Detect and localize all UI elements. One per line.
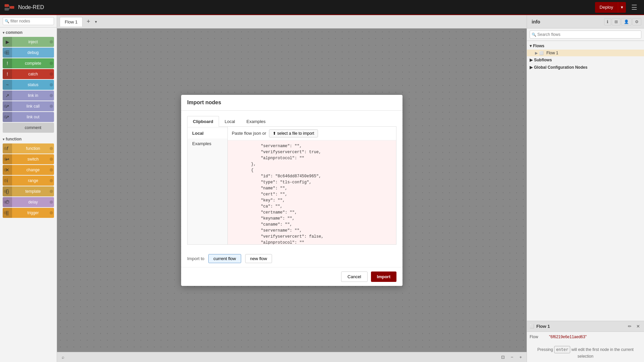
node-switch-port-l: [4, 158, 7, 161]
info-tab-settings-button[interactable]: ⚙: [632, 18, 641, 25]
info-tab-node-button[interactable]: ⊞: [612, 18, 621, 25]
info-tab-info-button[interactable]: ℹ: [604, 18, 611, 25]
node-trigger-port-r: [50, 211, 53, 215]
modal-tab-sidebar: Local Examples: [187, 127, 228, 244]
node-debug[interactable]: ☰ debug: [3, 48, 54, 58]
info-tree: ▾ Flows ▶ ⬜ Flow 1 ▶ Subflows ▶ Global: [527, 41, 644, 321]
node-inject-icon: ▶: [3, 37, 12, 47]
node-range-port-r: [50, 179, 53, 182]
modal-editor-area: Paste flow json or ⬆ select a file to im…: [228, 127, 396, 244]
flow-tab[interactable]: Flow 1: [60, 17, 83, 26]
node-status-port: [50, 83, 53, 86]
node-comment[interactable]: comment: [3, 123, 54, 133]
canvas[interactable]: Import nodes Clipboard Local Examples Lo…: [57, 28, 527, 352]
category-common-label: common: [6, 30, 22, 35]
search-button[interactable]: ⌕: [60, 354, 66, 360]
main-area: 🔍 ▾ common ▶ inject ☰ debug !: [0, 15, 644, 362]
node-delay[interactable]: ⏱ delay: [3, 197, 54, 207]
modal-tab-clipboard[interactable]: Clipboard: [187, 116, 219, 127]
node-range-label: range: [12, 178, 54, 183]
node-sidebar: 🔍 ▾ common ▶ inject ☰ debug !: [0, 15, 57, 362]
node-complete[interactable]: ! complete: [3, 58, 54, 68]
deploy-arrow-icon[interactable]: ▾: [618, 2, 626, 13]
modal-tabs: Clipboard Local Examples: [187, 116, 396, 127]
node-delay-port-r: [50, 200, 53, 204]
modal-sidebar-local[interactable]: Local: [187, 128, 227, 138]
modal-tab-local[interactable]: Local: [219, 116, 241, 127]
import-to-new-flow[interactable]: new flow: [245, 254, 272, 263]
node-link-call[interactable]: ↗ link call: [3, 101, 54, 111]
global-config-section: ▶ Global Configuration Nodes: [527, 64, 644, 71]
filter-nodes-input[interactable]: [3, 17, 54, 25]
info-search-input[interactable]: [530, 31, 641, 39]
flow1-label: Flow 1: [546, 51, 558, 55]
node-trigger[interactable]: || trigger: [3, 208, 54, 218]
import-to-label: Import to: [187, 256, 204, 261]
zoom-fit-button[interactable]: ⊡: [499, 354, 507, 360]
svg-rect-1: [5, 8, 9, 10]
info-bottom-edit-button[interactable]: ✏: [627, 323, 633, 329]
category-common-arrow: ▾: [3, 31, 4, 35]
filter-nodes-area: 🔍: [0, 15, 57, 27]
node-switch[interactable]: ⇌ switch: [3, 154, 54, 164]
subflows-header[interactable]: ▶ Subflows: [527, 56, 644, 64]
hint-suffix: will edit the first node in the current …: [572, 347, 634, 359]
category-function[interactable]: ▾ function: [0, 135, 57, 143]
topbar: Node-RED Deploy ▾ ☰: [0, 0, 644, 15]
flow1-item[interactable]: ▶ ⬜ Flow 1: [527, 50, 644, 56]
node-template[interactable]: {} template: [3, 186, 54, 196]
node-red-logo: [4, 2, 15, 13]
svg-line-3: [9, 5, 10, 7]
node-link-in[interactable]: ↗ link in: [3, 90, 54, 101]
modal-footer: Cancel Import: [181, 267, 402, 286]
category-function-arrow: ▾: [3, 137, 4, 141]
json-textarea[interactable]: "servername": "", "verifyservercert": tr…: [228, 140, 396, 244]
category-function-label: function: [6, 137, 21, 141]
node-inject[interactable]: ▶ inject: [3, 37, 54, 47]
category-common[interactable]: ▾ common: [0, 29, 57, 36]
svg-rect-2: [10, 6, 14, 9]
zoom-out-button[interactable]: −: [509, 354, 516, 360]
node-function-port-r: [50, 147, 53, 150]
topbar-left: Node-RED: [4, 2, 44, 13]
zoom-in-button[interactable]: +: [517, 354, 524, 360]
hint-key: enter: [554, 346, 570, 353]
info-bottom-close-button[interactable]: ✕: [635, 323, 641, 329]
node-catch-port: [50, 72, 53, 76]
node-status-icon: ~: [3, 80, 12, 90]
node-range[interactable]: i range: [3, 176, 54, 186]
modal-sidebar-examples[interactable]: Examples: [187, 138, 227, 149]
modal-tab-examples[interactable]: Examples: [241, 116, 271, 127]
node-link-in-label: link in: [12, 93, 54, 98]
node-complete-port: [50, 62, 53, 65]
import-button[interactable]: Import: [371, 272, 396, 282]
info-tab-user-button[interactable]: 👤: [621, 18, 632, 25]
node-status[interactable]: ~ status: [3, 80, 54, 90]
deploy-button[interactable]: Deploy ▾: [595, 2, 626, 13]
flow-id-row: Flow "6f6219e6e11aed63": [530, 335, 641, 339]
node-change-label: change: [12, 168, 54, 172]
flow-label: Flow: [530, 335, 546, 339]
hamburger-button[interactable]: ☰: [629, 2, 640, 13]
tab-arrow-button[interactable]: ▾: [93, 19, 99, 24]
info-search: 🔍: [527, 28, 644, 41]
node-change[interactable]: ✕ change: [3, 165, 54, 175]
import-to-current-flow[interactable]: current flow: [208, 254, 241, 263]
tab-add-button[interactable]: +: [85, 18, 92, 25]
upload-icon: ⬆: [273, 131, 276, 136]
flows-arrow: ▾: [530, 44, 532, 48]
node-inject-port: [50, 40, 53, 44]
select-file-button[interactable]: ⬆ select a file to import: [269, 129, 318, 137]
node-function[interactable]: f function: [3, 143, 54, 154]
global-config-header[interactable]: ▶ Global Configuration Nodes: [527, 64, 644, 71]
flows-header[interactable]: ▾ Flows: [527, 42, 644, 50]
info-bottom-header: ⬜ Flow 1 ✏ ✕: [527, 321, 644, 332]
cancel-button[interactable]: Cancel: [341, 272, 367, 282]
flows-section: ▾ Flows ▶ ⬜ Flow 1: [527, 42, 644, 56]
node-comment-label: comment: [12, 125, 54, 130]
modal-body: Clipboard Local Examples Local Examples: [181, 111, 402, 250]
node-catch[interactable]: ! catch: [3, 69, 54, 79]
node-link-out[interactable]: ↗ link out: [3, 112, 54, 122]
info-bottom-node-icon: ⬜: [530, 324, 534, 328]
node-template-label: template: [12, 189, 54, 194]
